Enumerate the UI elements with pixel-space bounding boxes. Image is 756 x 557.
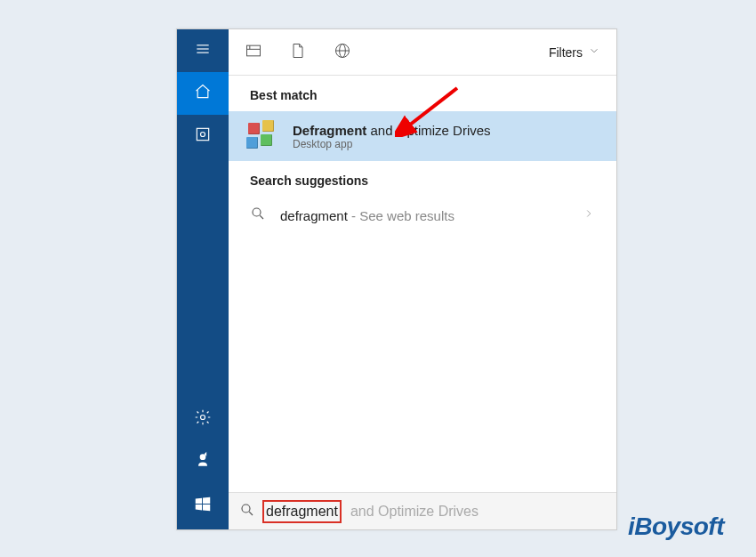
svg-rect-3 bbox=[197, 128, 208, 140]
best-match-text: Defragment and Optimize Drives Desktop a… bbox=[293, 123, 491, 150]
start-search-panel: Filters Best match Defragment and Optimi… bbox=[176, 28, 617, 530]
best-match-title-rest: and Optimize Drives bbox=[366, 123, 490, 138]
defrag-app-icon bbox=[246, 120, 278, 152]
gallery-button[interactable] bbox=[177, 115, 229, 157]
svg-point-4 bbox=[201, 133, 205, 137]
feedback-icon bbox=[194, 451, 212, 472]
svg-point-15 bbox=[242, 505, 250, 513]
windows-icon bbox=[193, 495, 213, 518]
search-toolbar: Filters bbox=[229, 29, 616, 76]
documents-filter-icon[interactable] bbox=[289, 42, 307, 63]
best-match-title-bold: Defragment bbox=[293, 123, 366, 138]
left-rail bbox=[177, 29, 229, 529]
feedback-button[interactable] bbox=[177, 440, 229, 483]
gear-icon bbox=[194, 408, 212, 430]
filters-label: Filters bbox=[549, 45, 583, 60]
menu-button[interactable] bbox=[177, 29, 229, 72]
suggestions-header: Search suggestions bbox=[229, 161, 616, 197]
chevron-right-icon bbox=[583, 207, 595, 223]
best-match-header: Best match bbox=[229, 76, 616, 111]
svg-rect-7 bbox=[247, 45, 261, 56]
home-button[interactable] bbox=[177, 72, 229, 115]
search-autocomplete-ghost: and Optimize Drives bbox=[350, 504, 479, 520]
hamburger-icon bbox=[194, 40, 212, 61]
filters-dropdown[interactable]: Filters bbox=[549, 44, 600, 60]
search-input-bar[interactable]: defragment and Optimize Drives bbox=[229, 492, 616, 529]
search-main: Filters Best match Defragment and Optimi… bbox=[229, 29, 616, 529]
best-match-subtitle: Desktop app bbox=[293, 138, 491, 150]
svg-point-13 bbox=[253, 208, 261, 216]
search-icon bbox=[250, 206, 266, 225]
search-typed-text: defragment bbox=[262, 500, 342, 523]
watermark: iBoysoft bbox=[628, 513, 724, 541]
best-match-result[interactable]: Defragment and Optimize Drives Desktop a… bbox=[229, 111, 616, 161]
suggestion-text: defragment - See web results bbox=[280, 208, 454, 223]
svg-line-14 bbox=[260, 215, 263, 219]
chevron-down-icon bbox=[588, 44, 600, 60]
apps-filter-icon[interactable] bbox=[245, 42, 262, 63]
svg-line-16 bbox=[249, 512, 253, 515]
home-icon bbox=[194, 83, 212, 104]
suggestion-item[interactable]: defragment - See web results bbox=[229, 197, 616, 234]
gallery-icon bbox=[194, 125, 212, 147]
search-icon bbox=[239, 502, 255, 521]
svg-point-5 bbox=[201, 416, 205, 420]
start-button[interactable] bbox=[177, 483, 229, 529]
web-filter-icon[interactable] bbox=[334, 42, 351, 63]
svg-point-6 bbox=[200, 454, 206, 460]
settings-button[interactable] bbox=[177, 398, 229, 440]
